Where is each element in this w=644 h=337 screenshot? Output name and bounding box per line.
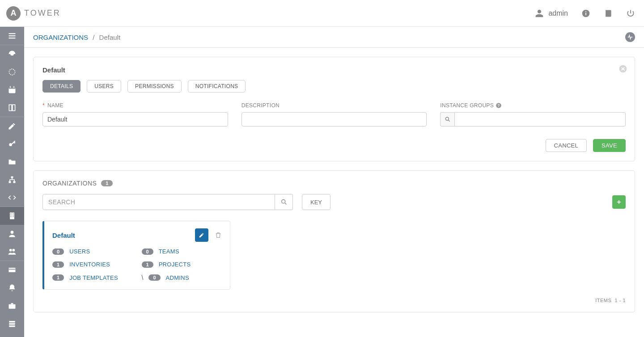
svg-rect-3 [9, 33, 16, 34]
sidebar-portal[interactable] [0, 99, 24, 117]
stat-inventories-link[interactable]: INVENTORIES [69, 261, 110, 268]
docs-icon[interactable] [604, 9, 613, 18]
org-card-head: Default [52, 228, 222, 242]
activity-stream-button[interactable] [625, 32, 635, 42]
briefcase-icon [8, 301, 17, 310]
sidebar-toggle[interactable] [0, 27, 24, 45]
sidebar-schedules[interactable] [0, 81, 24, 99]
tabs: DETAILS USERS PERMISSIONS NOTIFICATIONS [42, 80, 626, 93]
dashboard-icon [8, 50, 17, 59]
edit-organization-button[interactable] [195, 228, 208, 242]
sidebar-credential-types[interactable] [0, 261, 24, 279]
svg-text:?: ? [497, 104, 500, 108]
menu-icon [8, 31, 17, 40]
sidebar-credentials[interactable] [0, 135, 24, 153]
jobs-icon [8, 67, 17, 76]
svg-rect-23 [13, 216, 14, 217]
sidebar-instance-groups[interactable] [0, 315, 24, 333]
instance-groups-search-button[interactable] [440, 112, 454, 126]
svg-rect-31 [9, 323, 15, 324]
svg-rect-22 [11, 216, 12, 217]
form-actions: CANCEL SAVE [42, 139, 626, 152]
cancel-button[interactable]: CANCEL [546, 139, 587, 152]
sidebar-templates[interactable] [0, 117, 24, 135]
search-input[interactable] [42, 194, 275, 210]
logout-icon[interactable] [626, 9, 635, 18]
stat-admins-count: 0 [148, 274, 160, 281]
field-desc-label: DESCRIPTION [242, 102, 280, 109]
add-organization-button[interactable] [612, 195, 626, 209]
svg-rect-28 [9, 269, 16, 270]
tab-notifications[interactable]: NOTIFICATIONS [188, 80, 246, 93]
save-button[interactable]: SAVE [593, 139, 626, 152]
stat-users-link[interactable]: USERS [69, 248, 90, 255]
panel-title: Default [42, 66, 626, 74]
card-icon [8, 265, 17, 274]
stat-job-templates-link[interactable]: JOB TEMPLATES [69, 274, 118, 281]
field-instance-groups: INSTANCE GROUPS ? [440, 102, 626, 126]
stat-users-count: 0 [52, 249, 64, 255]
main: ORGANIZATIONS / Default Default DETAILS … [24, 27, 644, 337]
search-icon [445, 116, 451, 122]
panel-close-button[interactable] [619, 64, 627, 75]
logo[interactable]: A TOWER [6, 6, 61, 21]
svg-rect-21 [13, 215, 14, 216]
close-icon [619, 64, 627, 73]
stat-admins: \ 0 ADMINS [142, 274, 222, 281]
breadcrumb-root[interactable]: ORGANIZATIONS [33, 34, 88, 41]
tab-details[interactable]: DETAILS [42, 80, 80, 93]
sidebar-teams[interactable] [0, 243, 24, 261]
topbar-right: admin [535, 9, 635, 18]
tab-permissions[interactable]: PERMISSIONS [127, 80, 182, 93]
search-icon [280, 198, 288, 206]
sidebar-dashboard[interactable] [0, 45, 24, 63]
user-menu[interactable]: admin [535, 9, 568, 18]
stat-projects-link[interactable]: PROJECTS [159, 261, 191, 268]
instance-groups-input[interactable] [454, 112, 626, 126]
help-icon[interactable]: ? [496, 102, 502, 109]
search-button[interactable] [275, 194, 293, 210]
sidebar-projects[interactable] [0, 153, 24, 171]
user-name: admin [548, 9, 568, 17]
field-igrp-label: INSTANCE GROUPS [440, 102, 494, 109]
stat-teams: 0 TEAMS [142, 248, 222, 255]
breadcrumb-current: Default [99, 34, 121, 41]
svg-rect-9 [10, 86, 11, 88]
instance-groups-lookup [440, 112, 626, 126]
tab-users[interactable]: USERS [87, 80, 121, 93]
trash-icon[interactable] [215, 232, 222, 239]
svg-point-13 [9, 143, 12, 146]
org-card-actions [195, 228, 222, 242]
key-icon [8, 139, 17, 148]
org-card-name[interactable]: Default [52, 232, 75, 239]
org-list-panel: ORGANIZATIONS 1 KEY [33, 170, 635, 312]
sidebar-inventory-scripts[interactable] [0, 189, 24, 206]
stat-job-templates: 1 JOB TEMPLATES [52, 274, 133, 281]
description-input[interactable] [242, 112, 427, 126]
svg-rect-15 [9, 181, 11, 183]
search-group [42, 194, 293, 210]
sidebar-jobs[interactable] [0, 63, 24, 81]
user-icon [535, 9, 544, 18]
name-input[interactable] [42, 112, 228, 126]
list-count-badge: 1 [101, 180, 113, 186]
info-icon[interactable] [581, 9, 590, 18]
svg-rect-30 [9, 321, 15, 322]
stat-admins-link[interactable]: ADMINS [166, 274, 189, 281]
stat-teams-link[interactable]: TEAMS [159, 248, 179, 255]
key-button[interactable]: KEY [302, 194, 330, 210]
breadcrumb-sep: / [93, 34, 94, 41]
svg-rect-14 [11, 177, 13, 178]
sidebar-management-jobs[interactable] [0, 297, 24, 315]
sidebar-users[interactable] [0, 225, 24, 243]
code-icon [8, 193, 17, 202]
stat-inventories: 1 INVENTORIES [52, 261, 133, 268]
sidebar-inventories[interactable] [0, 171, 24, 189]
folder-icon [8, 157, 17, 166]
svg-rect-20 [11, 215, 12, 216]
stat-inventories-count: 1 [52, 261, 64, 268]
sidebar-organizations[interactable] [0, 207, 24, 225]
people-icon [8, 247, 17, 256]
plus-icon [616, 199, 622, 205]
sidebar-notifications[interactable] [0, 279, 24, 297]
